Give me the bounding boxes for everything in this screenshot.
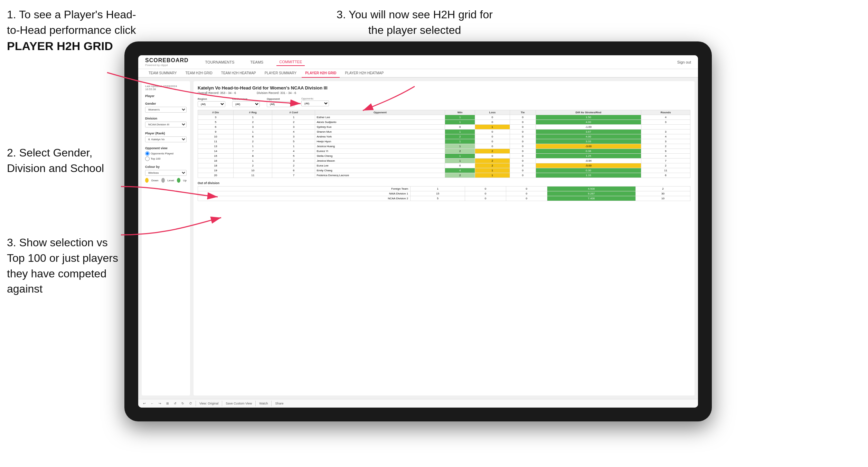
table-row: 15 8 5 Stella Cheng 1 0 0 1.25 4 [198, 154, 690, 159]
sub-nav-player-h2h-heatmap[interactable]: PLAYER H2H HEATMAP [341, 69, 387, 78]
colour-label: Colour by [145, 165, 187, 169]
step3-top-text: 3. You will now see H2H grid for the pla… [337, 8, 493, 36]
toolbar-sep1 [196, 401, 196, 406]
radio-top100[interactable] [145, 156, 150, 161]
table-row: 10 6 3 Andrea York 2 0 0 4.00 4 [198, 134, 690, 139]
toolbar-timer[interactable]: ⏱ [188, 401, 194, 406]
dot-down-label: Down [151, 179, 158, 182]
dot-up-label: Up [183, 179, 187, 182]
sub-nav: TEAM SUMMARY TEAM H2H GRID TEAM H2H HEAT… [138, 69, 698, 78]
table-row: 20 11 7 Federica Domecq Lacroze 2 1 0 1.… [198, 173, 690, 178]
colour-select[interactable]: Win/loss [145, 170, 187, 176]
table-row: 19 10 6 Emily Chang 4 1 0 0.30 11 [198, 168, 690, 173]
toolbar-view-original[interactable]: View: Original [198, 401, 220, 406]
toolbar-forward[interactable]: ↻ [180, 401, 186, 406]
table-row: 18 2 2 Euna Lee 0 2 0 -5.00 2 [198, 163, 690, 168]
logo-sub: Powered by clippd [145, 64, 189, 67]
gender-select[interactable]: Women's [145, 107, 187, 113]
step1-text: 1. To see a Player's Head-to-Head perfor… [7, 8, 136, 36]
col-opponent: Opponent [315, 110, 445, 115]
sign-out-button[interactable]: Sign out [677, 60, 691, 64]
toolbar-share[interactable]: Share [274, 401, 285, 406]
toolbar: ↩ ← ↪ ⊞ ↺ ↻ ⏱ View: Original Save Custom… [138, 399, 698, 408]
last-updated: Last Updated: 27/03/2024 16:55:38 [145, 85, 187, 91]
col-reg: # Reg [233, 110, 272, 115]
main-content: Last Updated: 27/03/2024 16:55:38 Player… [138, 78, 698, 399]
table-row: 5 2 2 Alexis Sudjianto 1 0 0 4.00 3 [198, 120, 690, 125]
opponents-filter: Opponents: (All) [301, 97, 329, 106]
player-rank-section: Player (Rank) 8. Katelyn Vo [145, 132, 187, 142]
table-row: 6 3 3 Sydney Kuo 0 1 0 -1.00 [198, 125, 690, 130]
opponents-select[interactable]: (All) [301, 101, 329, 106]
dot-level [161, 178, 165, 183]
out-div-table-row: Foreign Team 1 0 0 4.500 2 [198, 187, 690, 191]
toolbar-save-custom[interactable]: Save Custom View [224, 401, 253, 406]
player-label: Player [145, 94, 187, 98]
table-row: 16 1 3 Jessica Mason 1 2 0 -0.94 7 [198, 159, 690, 163]
colour-dots: Down Level Up [145, 178, 187, 183]
toolbar-refresh[interactable]: ↺ [172, 401, 178, 406]
toolbar-sep4 [271, 401, 272, 406]
dot-level-label: Level [168, 179, 174, 182]
toolbar-undo[interactable]: ↩ [142, 401, 147, 406]
division-select[interactable]: NCAA Division III [145, 122, 187, 127]
table-row: 13 1 1 Jessica Huang 1 0 0 -3.00 2 [198, 144, 690, 149]
division-section: Division NCAA Division III [145, 117, 187, 127]
instruction-step3-top: 3. You will now see H2H grid for the pla… [328, 7, 501, 38]
toolbar-back[interactable]: ← [149, 401, 155, 406]
overall-record: Overall Record: 353 - 34 - 6 [198, 91, 236, 95]
toolbar-sep3 [255, 401, 256, 406]
out-of-division-header: Out of division [198, 181, 690, 185]
player-section: Player [145, 94, 187, 98]
sub-nav-team-h2h-heatmap[interactable]: TEAM H2H HEATMAP [218, 69, 260, 78]
main-data-table: # Div # Reg # Conf Opponent Win Loss Tie… [198, 110, 690, 178]
table-header-row: # Div # Reg # Conf Opponent Win Loss Tie… [198, 110, 690, 115]
dot-down [145, 178, 149, 183]
toolbar-redo[interactable]: ↪ [157, 401, 163, 406]
col-tie: Tie [510, 110, 536, 115]
table-row: 3 1 1 Esther Lee 1 0 0 1.50 4 [198, 115, 690, 120]
col-rounds: Rounds [641, 110, 690, 115]
opponent-view-section: Opponent view Opponents Played Top 100 [145, 146, 187, 161]
col-win: Win [445, 110, 475, 115]
col-diff: Diff Av Strokes/Rnd [536, 110, 641, 115]
division-record: Division Record: 331 - 34 - 6 [257, 91, 296, 95]
toolbar-grid[interactable]: ⊞ [165, 401, 170, 406]
table-row: 9 1 4 Sharon Mun 1 0 0 3.67 3 [198, 130, 690, 134]
step3-bottom-text: 3. Show selection vs Top 100 or just pla… [7, 236, 118, 295]
grid-subtitle: Overall Record: 353 - 34 - 6 Division Re… [198, 91, 690, 95]
toolbar-sep2 [222, 401, 222, 406]
out-div-table-row: NCAA Division 2 5 0 0 7.400 10 [198, 196, 690, 201]
player-rank-select[interactable]: 8. Katelyn Vo [145, 136, 187, 142]
toolbar-watch[interactable]: Watch [258, 401, 269, 406]
division-label: Division [145, 117, 187, 120]
step2-text: 2. Select Gender, Division and School [7, 146, 104, 174]
radio-opponents-played[interactable] [145, 151, 150, 156]
nav-teams[interactable]: TEAMS [247, 59, 266, 66]
logo-text: SCOREBOARD [145, 57, 189, 64]
filters-row: Region (All) Conference (All) Opponent [198, 97, 690, 107]
opponent-view-label: Opponent view [145, 146, 187, 150]
table-row: 14 7 4 Eunice Yi 2 2 0 0.38 9 [198, 149, 690, 154]
sub-nav-player-h2h-grid[interactable]: PLAYER H2H GRID [302, 69, 340, 78]
table-row: 11 2 5 Heejo Hyun 1 0 0 3.33 3 [198, 139, 690, 144]
nav-tournaments[interactable]: TOURNAMENTS [202, 59, 237, 66]
sub-nav-player-summary[interactable]: PLAYER SUMMARY [261, 69, 300, 78]
col-loss: Loss [475, 110, 510, 115]
opponent-select[interactable]: (All) [267, 101, 294, 107]
tablet-device: SCOREBOARD Powered by clippd TOURNAMENTS… [124, 41, 712, 421]
left-panel: Last Updated: 27/03/2024 16:55:38 Player… [142, 81, 190, 395]
grid-title: Katelyn Vo Head-to-Head Grid for Women's… [198, 85, 690, 90]
region-select[interactable]: (All) [198, 101, 225, 107]
logo-area: SCOREBOARD Powered by clippd [145, 57, 189, 67]
dot-up [177, 178, 180, 183]
player-rank-label: Player (Rank) [145, 132, 187, 135]
sub-nav-team-h2h-grid[interactable]: TEAM H2H GRID [182, 69, 216, 78]
nav-committee[interactable]: COMMITTEE [276, 58, 305, 66]
region-filter: Region (All) [198, 97, 225, 107]
sub-nav-team-summary[interactable]: TEAM SUMMARY [145, 69, 180, 78]
radio-top100-label[interactable]: Top 100 [145, 156, 187, 161]
radio-played-label[interactable]: Opponents Played [145, 151, 187, 156]
instruction-step2: 2. Select Gender, Division and School [7, 145, 124, 176]
conference-select[interactable]: (All) [232, 101, 260, 107]
